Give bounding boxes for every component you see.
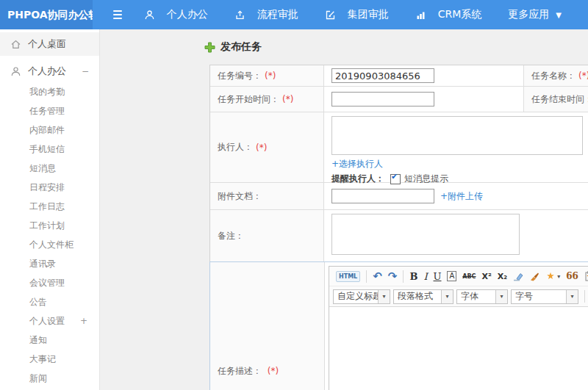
chevron-down-icon: ▾: [495, 290, 507, 303]
sidebar-item-work-log[interactable]: 工作日志: [0, 197, 99, 216]
row-task-number: 任务编号： (*) 任务名称： (*): [210, 65, 588, 87]
chevron-down-icon: ▼: [556, 11, 562, 19]
sidebar-item-personal-office[interactable]: 个人办公 −: [0, 60, 99, 82]
required-mark: (*): [282, 94, 293, 104]
sidebar-item-label: 手机短信: [29, 143, 65, 156]
attachment-upload-link[interactable]: +附件上传: [440, 190, 483, 203]
field-label: 任务编号：: [218, 70, 262, 82]
paragraph-format-select[interactable]: 段落格式 ▾: [393, 289, 453, 304]
redo-icon[interactable]: ↷: [388, 270, 398, 283]
sparkle-wand-icon[interactable]: ▾: [545, 272, 560, 281]
nav-label: 流程审批: [257, 8, 298, 21]
font-size-select[interactable]: 字号 ▾: [511, 289, 578, 304]
nav-crm-system[interactable]: CRM系统: [415, 8, 482, 21]
app-logo: PHPOA协同办公软件: [0, 0, 93, 29]
start-time-value-cell: [324, 87, 524, 112]
eraser-icon[interactable]: [513, 272, 523, 281]
sidebar-item-label: 日程安排: [29, 181, 65, 194]
sidebar-item-label: 工作计划: [29, 220, 65, 232]
editor-content[interactable]: [329, 307, 588, 390]
add-plus-icon: [204, 42, 215, 53]
sidebar-item-mobile-sms[interactable]: 手机短信: [0, 140, 99, 159]
select-label: 字号: [512, 290, 566, 303]
font-family-select[interactable]: 字体 ▾: [456, 289, 508, 304]
row-executor: 执行人： (*) +选择执行人 提醒执行人： ✔ 短消息提示: [210, 112, 588, 183]
hamburger-menu-icon[interactable]: [113, 10, 122, 19]
subscript-button[interactable]: X₂: [498, 272, 507, 281]
sidebar-item-news[interactable]: 新闻: [0, 369, 99, 388]
field-label: 任务描述：: [218, 366, 262, 376]
sidebar-item-label: 我的考勤: [29, 86, 65, 98]
nav-label: CRM系统: [438, 8, 482, 21]
sidebar-item-label: 公告: [29, 296, 47, 308]
sidebar-item-label: 短消息: [29, 162, 56, 175]
italic-button[interactable]: I: [423, 271, 427, 282]
sidebar-item-label: 工作日志: [29, 201, 65, 213]
executor-textarea[interactable]: [331, 116, 583, 155]
underline-button[interactable]: U: [434, 271, 442, 282]
sidebar-item-label: 内部邮件: [29, 124, 65, 137]
required-mark: (*): [265, 71, 276, 81]
nav-label: 个人办公: [167, 8, 208, 21]
strikethrough-button[interactable]: ABC: [462, 273, 476, 280]
task-name-label-cell: 任务名称： (*): [524, 65, 588, 86]
sidebar-item-task-management[interactable]: 任务管理: [0, 101, 99, 120]
task-number-label-cell: 任务编号： (*): [210, 65, 324, 86]
attachment-input[interactable]: [331, 189, 434, 203]
start-time-input[interactable]: [331, 92, 434, 106]
sidebar-item-personal-files[interactable]: 个人文件柜: [0, 235, 99, 254]
task-number-input[interactable]: [331, 68, 434, 83]
edit-icon: [325, 10, 341, 21]
choose-executor-link[interactable]: +选择执行人: [331, 158, 383, 170]
field-label: 备注：: [218, 230, 244, 242]
nav-group-approval[interactable]: 集团审批: [325, 8, 389, 21]
undo-icon[interactable]: ↶: [373, 270, 382, 283]
custom-title-select[interactable]: 自定义标题 ▾: [333, 289, 390, 304]
bold-button[interactable]: B: [409, 271, 417, 282]
nav-personal-office[interactable]: 个人办公: [144, 8, 208, 21]
html-source-button[interactable]: HTML: [336, 271, 360, 282]
sidebar-item-short-message[interactable]: 短消息: [0, 159, 99, 178]
remark-value-cell: [324, 210, 588, 261]
paste-icon[interactable]: T: [584, 271, 588, 281]
home-icon: [10, 39, 21, 50]
sidebar-item-work-plan[interactable]: 工作计划: [0, 216, 99, 235]
sidebar-item-contacts[interactable]: 通讯录: [0, 254, 99, 273]
sidebar-item-my-attendance[interactable]: 我的考勤: [0, 82, 99, 101]
blockquote-icon[interactable]: 66: [566, 271, 578, 281]
description-label-cell: 任务描述： (*): [210, 262, 325, 390]
top-header: PHPOA协同办公软件 个人办公 流程审批: [0, 0, 588, 29]
brush-icon[interactable]: [529, 272, 539, 281]
nav-more-apps[interactable]: 更多应用 ▼: [508, 8, 562, 21]
sidebar: 个人桌面 个人办公 − 我的考勤 任务管理 内部邮件 手机短信 短消息 日程安排…: [0, 29, 100, 390]
field-label: 任务开始时间：: [218, 93, 279, 106]
required-mark: (*): [256, 142, 267, 153]
task-number-value-cell: [324, 65, 524, 86]
superscript-button[interactable]: X²: [482, 272, 492, 281]
field-label: 任务名称：: [531, 70, 576, 82]
sidebar-item-label: 个人桌面: [28, 37, 66, 51]
expand-plus-icon[interactable]: +: [80, 316, 87, 326]
toolbar-separator: [366, 270, 367, 283]
sidebar-item-schedule[interactable]: 日程安排: [0, 178, 99, 197]
nav-process-approval[interactable]: 流程审批: [234, 8, 298, 21]
font-style-button[interactable]: A: [447, 271, 456, 281]
sidebar-item-personal-desktop[interactable]: 个人桌面: [0, 32, 99, 56]
sidebar-item-label: 大事记: [29, 353, 56, 366]
editor-toolbar-row1: HTML ↶ ↷ B I U A ABC X² X₂: [329, 267, 588, 286]
sidebar-item-meeting-management[interactable]: 会议管理: [0, 273, 99, 292]
sms-tip-checkbox[interactable]: ✔: [390, 174, 401, 184]
sidebar-item-announcement[interactable]: 公告: [0, 292, 99, 311]
required-mark: (*): [268, 366, 279, 376]
collapse-minus-icon[interactable]: −: [82, 66, 89, 76]
toolbar-separator: [584, 290, 585, 303]
sidebar-item-label: 个人设置: [29, 315, 65, 328]
sidebar-item-personal-settings[interactable]: 个人设置 +: [0, 311, 99, 331]
bar-chart-icon: [415, 10, 431, 21]
export-arrow-icon: [234, 10, 251, 21]
sidebar-item-label: 个人办公: [28, 65, 66, 78]
sidebar-item-notice[interactable]: 通知: [0, 331, 99, 350]
sidebar-item-internal-mail[interactable]: 内部邮件: [0, 120, 99, 140]
sidebar-item-major-events[interactable]: 大事记: [0, 350, 99, 369]
remark-textarea[interactable]: [331, 214, 520, 255]
